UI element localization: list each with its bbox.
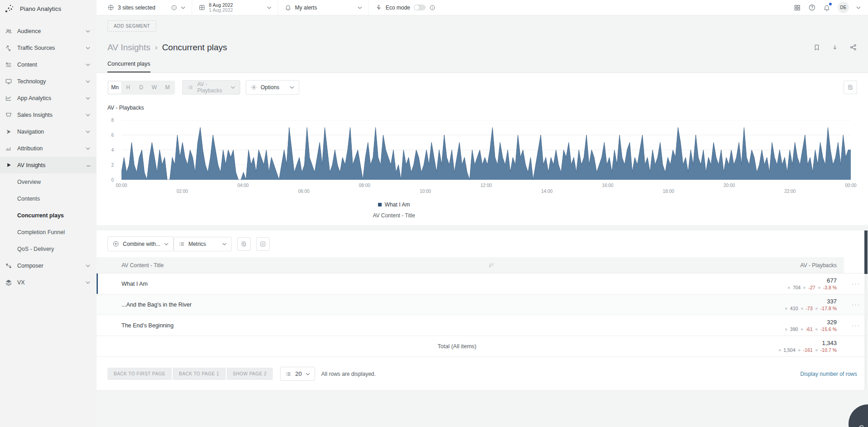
- legend-item[interactable]: What I Am: [378, 202, 410, 208]
- x-axis-tick-label: 04:00: [238, 183, 249, 188]
- chevron-down-icon[interactable]: [856, 6, 861, 9]
- list-icon: [179, 241, 185, 247]
- granularity-w[interactable]: W: [148, 82, 161, 94]
- date-primary: 8 Aug 2022: [209, 3, 233, 8]
- x-axis-labels: 00:0002:0004:0006:0008:0010:0012:0014:00…: [121, 182, 851, 194]
- dot-icon: [815, 307, 818, 310]
- total-diff-value: -161: [803, 347, 813, 353]
- add-segment-button[interactable]: ADD SEGMENT: [107, 20, 156, 32]
- chevron-down-icon: [86, 130, 90, 133]
- notifications-bell-icon[interactable]: [823, 4, 830, 11]
- row-pct-value: -15.6 %: [820, 326, 837, 332]
- column-header-dimension[interactable]: AV Content - Title: [97, 257, 484, 273]
- metrics-dropdown[interactable]: Metrics: [174, 237, 232, 251]
- legend-swatch: [378, 203, 382, 206]
- bookmark-icon[interactable]: [813, 43, 820, 52]
- sidebar-item-audience[interactable]: Audience: [0, 23, 97, 39]
- row-value: 337: [827, 298, 837, 305]
- row-value: 329: [827, 319, 837, 326]
- scrollbar-thumb[interactable]: [864, 230, 868, 274]
- sidebar-item-technology[interactable]: Technology: [0, 73, 97, 90]
- sidebar-item-attribution[interactable]: Attribution: [0, 140, 97, 157]
- sidebar-item-content[interactable]: Content: [0, 56, 97, 73]
- y-axis-tick-label: 2: [111, 163, 114, 168]
- chevron-down-icon: [86, 97, 90, 100]
- list-icon: [187, 84, 194, 91]
- info-icon[interactable]: [171, 5, 177, 11]
- download-icon[interactable]: [831, 43, 839, 52]
- options-dropdown[interactable]: Options: [246, 80, 299, 95]
- sidebar-subitem-overview[interactable]: Overview: [0, 173, 97, 190]
- options-label: Options: [261, 84, 279, 91]
- sidebar-item-sales-insights[interactable]: Sales Insights: [0, 106, 97, 123]
- my-alerts-selector[interactable]: My alerts: [278, 0, 369, 15]
- sidebar-item-traffic-sources[interactable]: Traffic Sources: [0, 39, 97, 56]
- copy-table-button[interactable]: [237, 237, 251, 251]
- pagination-buttons: BACK TO FIRST PAGE BACK TO PAGE 1 SHOW P…: [107, 368, 273, 380]
- sidebar-nav: Audience Traffic Sources Content Technol…: [0, 23, 97, 291]
- attribution-icon: [5, 145, 12, 152]
- sidebar-item-vx[interactable]: VX: [0, 274, 97, 291]
- sidebar-subitem-contents[interactable]: Contents: [0, 190, 97, 207]
- info-icon[interactable]: [429, 5, 436, 11]
- sidebar-item-av-insights[interactable]: AV Insights –: [0, 157, 97, 173]
- sidebar-item-navigation[interactable]: Navigation: [0, 123, 97, 140]
- avatar[interactable]: DE: [838, 2, 849, 13]
- export-table-button[interactable]: [256, 237, 270, 251]
- metrics-label: Metrics: [189, 241, 206, 247]
- eco-mode-label: Eco mode: [386, 5, 410, 11]
- granularity-h[interactable]: H: [121, 82, 135, 94]
- selected-row-indicator: [97, 273, 98, 294]
- site-selector[interactable]: 3 sites selected: [97, 0, 192, 15]
- content-icon: [5, 61, 12, 68]
- brand-name: Piano Analytics: [20, 5, 61, 12]
- chevron-down-icon: [86, 114, 90, 116]
- combine-with-button[interactable]: Combine with...: [107, 236, 174, 251]
- row-more-button[interactable]: ···: [852, 303, 860, 306]
- eco-mode-toggle[interactable]: [414, 5, 426, 10]
- sites-selected-label: 3 sites selected: [118, 5, 155, 11]
- area-chart[interactable]: [121, 120, 851, 180]
- topbar-right: DE: [794, 0, 868, 15]
- breadcrumb-parent[interactable]: AV Insights: [107, 43, 150, 53]
- sidebar-item-label: Content: [17, 62, 86, 68]
- column-header-metric[interactable]: AV - Playbacks: [484, 257, 844, 273]
- y-axis-tick-label: 4: [111, 148, 114, 153]
- sidebar-item-label: Audience: [17, 28, 86, 34]
- back-to-page-1-button[interactable]: BACK TO PAGE 1: [173, 368, 226, 380]
- display-number-of-rows-link[interactable]: Display number of rows: [800, 371, 857, 377]
- granularity-mn[interactable]: Mn: [108, 82, 121, 94]
- granularity-switcher: Mn H D W M: [107, 81, 175, 95]
- rows-per-page-select[interactable]: 20: [280, 367, 315, 381]
- data-table: AV Content - Title AV - Playbacks What I…: [97, 257, 868, 357]
- granularity-d[interactable]: D: [135, 82, 148, 94]
- row-subvalues: 390 -61 -15.6 %: [785, 326, 837, 332]
- app-window: Piano Analytics Audience Traffic Sources…: [0, 0, 868, 427]
- metric-select[interactable]: AV - Playbacks: [182, 80, 240, 95]
- sidebar-subitem-qos-delivery[interactable]: QoS - Delivery: [0, 240, 97, 257]
- vx-layers-icon: [5, 279, 12, 286]
- row-more-button[interactable]: ···: [852, 283, 860, 285]
- x-axis-tick-label: 00:00: [116, 183, 127, 188]
- sidebar-item-composer[interactable]: Composer: [0, 257, 97, 274]
- sidebar-subitem-completion-funnel[interactable]: Completion Funnel: [0, 224, 97, 240]
- app-analytics-icon: [5, 95, 12, 102]
- tab-concurrent-plays[interactable]: Concurrent plays: [107, 61, 150, 72]
- x-axis-tick-label: 22:00: [784, 189, 795, 194]
- back-to-first-page-button[interactable]: BACK TO FIRST PAGE: [107, 368, 172, 380]
- brand-logo[interactable]: Piano Analytics: [0, 0, 97, 17]
- share-icon[interactable]: [849, 43, 857, 52]
- x-axis-tick-label: 12:00: [480, 183, 492, 188]
- granularity-m[interactable]: M: [161, 82, 174, 94]
- breadcrumb: AV Insights › Concurrent plays: [97, 32, 868, 53]
- apps-grid-icon[interactable]: [794, 4, 801, 11]
- sidebar-subitem-concurrent-plays[interactable]: Concurrent plays: [0, 207, 97, 224]
- help-icon[interactable]: [808, 4, 816, 11]
- x-axis-tick-label: 14:00: [541, 189, 553, 194]
- copy-chart-button[interactable]: [844, 81, 857, 94]
- sidebar-item-app-analytics[interactable]: App Analytics: [0, 90, 97, 106]
- table-scrollbar[interactable]: [864, 230, 868, 390]
- date-range-selector[interactable]: 8 Aug 2022 1 Aug 2022: [192, 0, 278, 15]
- show-page-2-button[interactable]: SHOW PAGE 2: [227, 368, 273, 380]
- row-more-button[interactable]: ···: [852, 324, 860, 327]
